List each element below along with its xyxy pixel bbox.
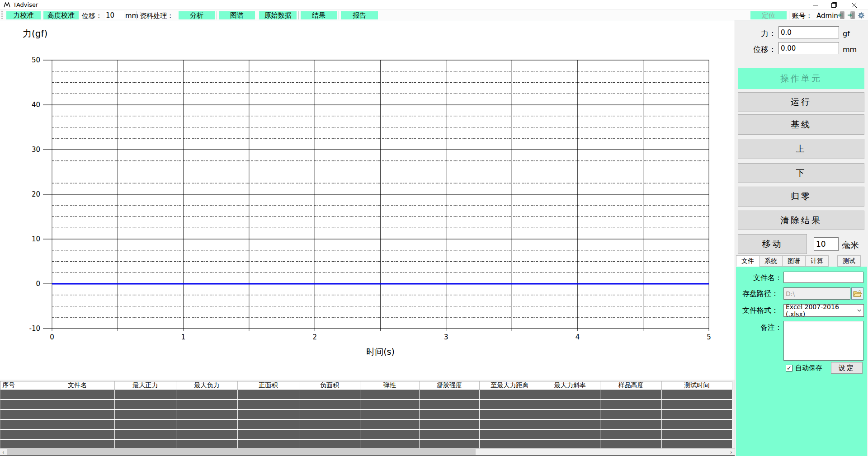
clear-results-button[interactable]: 清除结果 <box>738 211 864 230</box>
move-distance-input[interactable] <box>814 237 839 251</box>
table-cell <box>360 420 420 430</box>
table-cell <box>540 390 600 400</box>
graph-button[interactable]: 图谱 <box>219 11 255 19</box>
horizontal-scrollbar[interactable]: ‹ › <box>0 448 735 455</box>
svg-text:力(gf): 力(gf) <box>23 28 47 39</box>
login-icon[interactable] <box>837 11 845 19</box>
table-header-cell: 文件名 <box>40 381 115 390</box>
force-calibration-button[interactable]: 力校准 <box>6 11 41 19</box>
toolbar-gripper <box>1 11 3 19</box>
right-panel: 力： gf 位移： mm 操作单元 运行 基线 上 下 归零 清除结果 移动 毫… <box>735 20 868 456</box>
scrollbar-thumb[interactable] <box>7 449 476 455</box>
table-row[interactable] <box>0 410 732 420</box>
table-row[interactable] <box>0 430 732 440</box>
file-format-select[interactable]: Excel 2007-2016 (.xlsx) <box>783 304 864 317</box>
tab-file[interactable]: 文件 <box>736 255 760 267</box>
save-path-input[interactable] <box>783 287 850 300</box>
table-cell <box>0 410 40 420</box>
settings-tab-bar: 文件 系统 图谱 计算 测试 <box>736 255 861 267</box>
svg-text:0: 0 <box>50 333 54 341</box>
app-logo-icon <box>4 2 10 8</box>
table-row[interactable] <box>0 390 732 400</box>
table-cell <box>420 420 480 430</box>
table-header-cell: 序号 <box>0 381 40 390</box>
zero-button[interactable]: 归零 <box>738 187 864 207</box>
table-cell <box>299 420 360 430</box>
table-cell <box>176 410 238 420</box>
file-format-value: Excel 2007-2016 (.xlsx) <box>786 303 857 318</box>
table-cell <box>40 430 115 440</box>
table-cell <box>540 420 600 430</box>
table-cell <box>0 420 40 430</box>
browse-folder-button[interactable] <box>851 287 863 300</box>
table-cell <box>662 410 732 420</box>
tab-calculate[interactable]: 计算 <box>806 255 829 267</box>
data-processing-label: 资料处理： <box>140 12 174 20</box>
operate-unit-button[interactable]: 操作单元 <box>738 68 864 89</box>
baseline-button[interactable]: 基线 <box>738 114 864 135</box>
file-format-label: 文件格式： <box>737 306 778 315</box>
displacement-input[interactable] <box>105 11 124 19</box>
table-cell <box>176 430 238 440</box>
svg-text:30: 30 <box>32 146 40 154</box>
table-cell <box>238 410 299 420</box>
logout-icon[interactable] <box>847 11 855 19</box>
positioning-button[interactable]: 定位 <box>750 11 787 19</box>
height-calibration-button[interactable]: 高度校准 <box>43 11 79 19</box>
down-button[interactable]: 下 <box>738 163 864 183</box>
tab-test[interactable]: 测试 <box>837 255 861 267</box>
save-path-label: 存盘路径： <box>737 289 778 299</box>
up-button[interactable]: 上 <box>738 139 864 159</box>
account-label: 账号： <box>792 12 812 20</box>
folder-icon <box>853 290 862 297</box>
svg-text:0: 0 <box>36 280 40 288</box>
result-button[interactable]: 结果 <box>301 11 337 19</box>
remark-textarea[interactable] <box>783 321 863 361</box>
force-readout-input[interactable] <box>778 26 839 38</box>
scroll-left-arrow-icon[interactable]: ‹ <box>0 449 7 456</box>
set-button[interactable]: 设定 <box>831 362 863 374</box>
settings-gear-icon[interactable] <box>858 12 865 19</box>
run-button[interactable]: 运行 <box>738 92 864 112</box>
auto-save-checkbox[interactable]: ✓ <box>786 365 793 371</box>
table-cell <box>600 410 662 420</box>
remark-label: 备注： <box>741 323 782 333</box>
table-header-cell: 负面积 <box>299 381 360 390</box>
move-button[interactable]: 移动 <box>738 234 807 254</box>
account-value: Admin <box>816 12 838 20</box>
table-cell <box>600 390 662 400</box>
svg-text:10: 10 <box>32 235 40 243</box>
scroll-right-arrow-icon[interactable]: › <box>728 449 735 456</box>
table-cell <box>115 400 176 410</box>
table-row[interactable] <box>0 420 732 430</box>
table-cell <box>299 410 360 420</box>
raw-data-button[interactable]: 原始数据 <box>259 11 297 19</box>
file-settings-panel: 文件名： 存盘路径： 文件格式： Excel 2007-2016 (.xlsx)… <box>736 267 867 456</box>
restore-button[interactable] <box>826 0 842 10</box>
minimize-icon <box>813 3 818 8</box>
svg-text:40: 40 <box>32 101 40 109</box>
table-cell <box>360 390 420 400</box>
table-cell <box>480 390 540 400</box>
analysis-button[interactable]: 分析 <box>179 11 215 19</box>
table-cell <box>238 390 299 400</box>
table-header-cell: 最大负力 <box>176 381 238 390</box>
svg-text:时间(s): 时间(s) <box>366 347 395 357</box>
table-cell <box>360 400 420 410</box>
table-cell <box>40 390 115 400</box>
tab-system[interactable]: 系统 <box>760 255 783 267</box>
report-button[interactable]: 报告 <box>341 11 378 19</box>
table-cell <box>40 400 115 410</box>
file-name-input[interactable] <box>783 272 863 283</box>
tadviser-window: TAdviser 力校准 高度校准 位移： mm 资料处理： 分析 图谱 <box>0 0 868 456</box>
tab-graph[interactable]: 图谱 <box>783 255 806 267</box>
table-cell <box>662 420 732 430</box>
table-cell <box>480 400 540 410</box>
table-cell <box>40 410 115 420</box>
table-cell <box>600 430 662 440</box>
displacement-readout-input[interactable] <box>778 42 839 54</box>
close-button[interactable] <box>846 0 862 10</box>
table-row[interactable] <box>0 400 732 410</box>
table-header-cell: 测试时间 <box>662 381 732 390</box>
minimize-button[interactable] <box>807 0 823 10</box>
